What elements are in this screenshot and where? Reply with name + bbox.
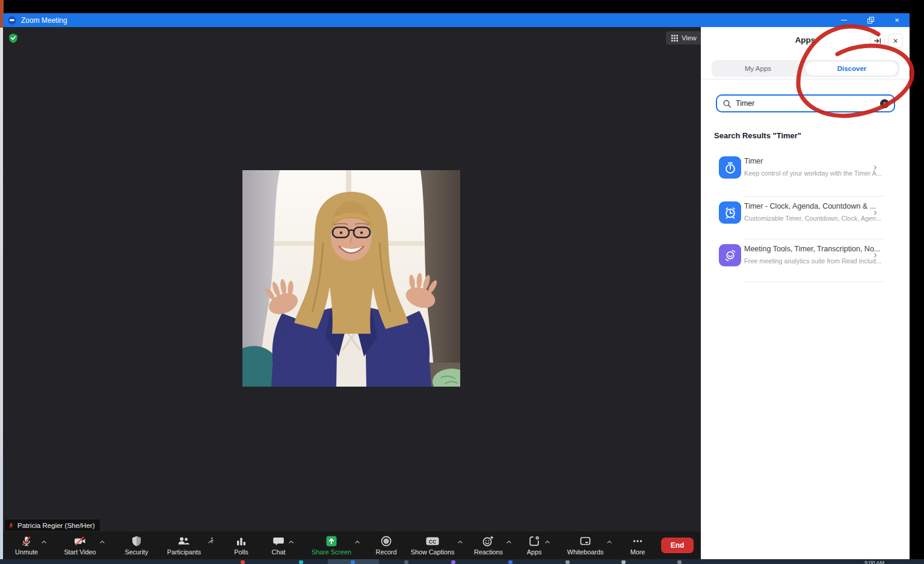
popout-panel-button[interactable] — [870, 34, 885, 48]
end-meeting-button[interactable]: End — [661, 538, 694, 553]
grid-view-icon — [671, 35, 678, 41]
apps-options-chevron-icon[interactable] — [544, 538, 551, 545]
toolbar-item-polls: Polls — [222, 532, 260, 559]
unmute-options-chevron-icon[interactable] — [40, 538, 48, 545]
close-window-icon[interactable]: × — [893, 16, 901, 25]
toolbar-item-record: Record — [366, 532, 406, 559]
result-divider — [744, 239, 884, 239]
taskbar-clock: 9:00 AM — [864, 560, 884, 564]
toolbar-item-participants: Participants 1 — [159, 532, 222, 559]
shield-icon — [131, 535, 143, 547]
whiteboards-options-chevron-icon[interactable] — [606, 538, 613, 545]
participants-button[interactable]: Participants — [167, 532, 201, 559]
apps-tab-bar: My Apps Discover — [712, 60, 899, 77]
taskbar-app-sliver[interactable] — [451, 560, 455, 564]
apps-panel: Apps × My Apps Discover × Search Results… — [701, 27, 910, 559]
record-button[interactable]: Record — [376, 532, 397, 559]
stopwatch-icon — [719, 156, 741, 179]
chat-button[interactable]: Chat — [272, 532, 286, 559]
apps-button[interactable]: Apps — [527, 532, 542, 559]
zoom-logo — [8, 16, 16, 25]
toolbar-item-reactions: Reactions — [469, 532, 518, 559]
share-screen-button[interactable]: Share Screen — [312, 532, 351, 559]
show-captions-button[interactable]: CC Show Captions — [411, 532, 455, 559]
whiteboards-button[interactable]: Whiteboards — [567, 532, 604, 559]
windows-taskbar[interactable]: 9:00 AM — [0, 559, 924, 564]
toolbar-item-apps: Apps — [518, 532, 560, 559]
more-dots-icon — [632, 535, 644, 547]
window-title: Zoom Meeting — [21, 16, 67, 25]
minimize-icon[interactable] — [840, 16, 848, 25]
start-video-button[interactable]: Start Video — [64, 532, 96, 559]
participants-icon — [177, 535, 191, 547]
reactions-button[interactable]: Reactions — [474, 532, 503, 559]
toolbar-item-whiteboards: Whiteboards — [560, 532, 620, 559]
app-result-desc: Customizable Timer, Countdown, Clock, Ag… — [744, 215, 881, 222]
tab-discover[interactable]: Discover — [805, 61, 899, 76]
app-result-timer[interactable]: Timer Keep control of your workday with … — [701, 156, 910, 195]
cc-icon: CC — [425, 535, 440, 547]
more-button[interactable]: More — [630, 532, 645, 559]
chat-options-chevron-icon[interactable] — [288, 538, 295, 545]
view-button[interactable]: View — [666, 31, 702, 44]
panel-divider — [701, 79, 910, 79]
desktop-screen: Zoom Meeting × View — [0, 0, 924, 564]
restore-window-icon[interactable] — [866, 16, 875, 25]
taskbar-app-sliver[interactable] — [508, 560, 513, 564]
participant-name-tag: Patricia Regier (She/Her) — [5, 520, 100, 531]
app-search-input[interactable] — [736, 99, 876, 108]
polls-button[interactable]: Polls — [234, 532, 248, 559]
result-divider — [744, 196, 884, 197]
polls-icon — [235, 535, 247, 547]
taskbar-app-sliver[interactable] — [677, 560, 682, 564]
app-result-meeting-tools[interactable]: Meeting Tools, Timer, Transcription, No.… — [701, 244, 910, 283]
video-options-chevron-icon[interactable] — [99, 538, 106, 545]
toolbar-item-show-captions: CC Show Captions — [406, 532, 469, 559]
app-result-title: Timer — [744, 157, 763, 165]
taskbar-app-sliver[interactable] — [299, 560, 303, 564]
video-off-icon — [73, 535, 87, 547]
participant-name: Patricia Regier (She/Her) — [17, 522, 94, 529]
share-options-chevron-icon[interactable] — [354, 538, 361, 545]
encryption-shield-icon[interactable] — [8, 33, 18, 46]
clear-search-icon[interactable]: × — [880, 99, 889, 108]
taskbar-app-sliver[interactable] — [565, 560, 570, 564]
taskbar-app-sliver[interactable] — [241, 560, 245, 564]
toolbar-item-share-screen: Share Screen — [306, 532, 366, 559]
app-search-box: × — [716, 94, 895, 112]
whiteboards-icon — [579, 535, 591, 547]
participant-photo — [242, 170, 460, 387]
toolbar-item-unmute: Unmute — [7, 532, 56, 559]
unmute-button[interactable]: Unmute — [15, 532, 38, 559]
taskbar-app-sliver[interactable] — [404, 560, 408, 564]
chat-icon — [273, 535, 285, 547]
taskbar-app-sliver[interactable] — [621, 560, 626, 564]
security-button[interactable]: Security — [125, 532, 148, 559]
window-titlebar: Zoom Meeting × — [3, 13, 910, 27]
taskbar-app-sliver[interactable] — [351, 560, 355, 564]
apps-icon — [528, 535, 540, 547]
reactions-options-chevron-icon[interactable] — [505, 538, 513, 545]
tab-my-apps[interactable]: My Apps — [712, 60, 804, 77]
toolbar-item-start-video: Start Video — [56, 532, 114, 559]
meeting-video-stage: View — [3, 27, 701, 532]
app-result-title: Timer - Clock, Agenda, Countdown & ... — [744, 202, 876, 210]
app-result-desc: Free meeting analytics suite from Read i… — [744, 257, 881, 265]
read-smiley-icon — [719, 244, 741, 266]
magnifier-icon — [722, 99, 732, 108]
app-result-title: Meeting Tools, Timer, Transcription, No.… — [744, 245, 880, 253]
record-icon — [380, 535, 392, 547]
app-result-timer-clock-agenda[interactable]: Timer - Clock, Agenda, Countdown & ... C… — [701, 201, 910, 240]
participants-count-badge: 1 — [211, 536, 214, 542]
close-panel-button[interactable]: × — [888, 34, 903, 48]
chevron-right-icon: › — [873, 206, 877, 218]
toolbar-item-chat: Chat — [260, 532, 306, 559]
captions-options-chevron-icon[interactable] — [457, 538, 464, 545]
chevron-right-icon: › — [873, 161, 877, 173]
mic-off-icon — [20, 535, 32, 547]
share-screen-icon — [325, 535, 337, 547]
chevron-right-icon: › — [873, 249, 877, 261]
meeting-toolbar: Unmute Start Video — [3, 532, 701, 559]
close-icon: × — [893, 36, 898, 46]
view-button-label: View — [682, 34, 697, 41]
